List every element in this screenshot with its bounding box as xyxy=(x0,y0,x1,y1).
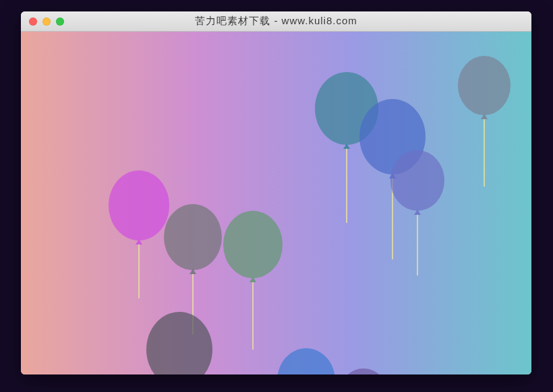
browser-window: 苦力吧素材下载 - www.kuli8.com xyxy=(21,11,531,374)
balloon xyxy=(277,348,335,374)
close-icon[interactable] xyxy=(29,18,37,26)
balloon xyxy=(109,170,169,298)
balloon-knot xyxy=(136,239,142,244)
balloon-body xyxy=(223,211,283,278)
balloon-body xyxy=(164,204,222,270)
balloon xyxy=(338,368,389,374)
balloon-body xyxy=(338,368,389,374)
balloon-body xyxy=(458,56,511,115)
balloon xyxy=(458,56,511,187)
balloon-body xyxy=(277,348,335,374)
balloon-canvas xyxy=(21,32,531,374)
balloon-knot xyxy=(414,209,421,215)
balloon-body xyxy=(146,312,212,374)
balloon-knot xyxy=(481,114,488,119)
balloon-body xyxy=(390,150,444,211)
balloon xyxy=(223,211,283,350)
balloon-knot xyxy=(343,143,350,149)
traffic-lights xyxy=(29,18,64,26)
minimize-icon[interactable] xyxy=(42,18,51,26)
maximize-icon[interactable] xyxy=(56,18,64,26)
balloon xyxy=(146,312,212,374)
balloon xyxy=(390,150,444,275)
balloon-knot xyxy=(190,269,196,274)
balloon-string xyxy=(417,215,418,275)
balloon-string xyxy=(138,244,140,298)
balloon-string xyxy=(346,149,347,223)
balloon-string xyxy=(252,282,254,350)
balloon-body xyxy=(109,170,169,240)
window-titlebar: 苦力吧素材下载 - www.kuli8.com xyxy=(21,11,531,32)
balloon-knot xyxy=(250,277,256,282)
window-title: 苦力吧素材下载 - www.kuli8.com xyxy=(21,15,531,28)
balloon-string xyxy=(484,119,485,187)
